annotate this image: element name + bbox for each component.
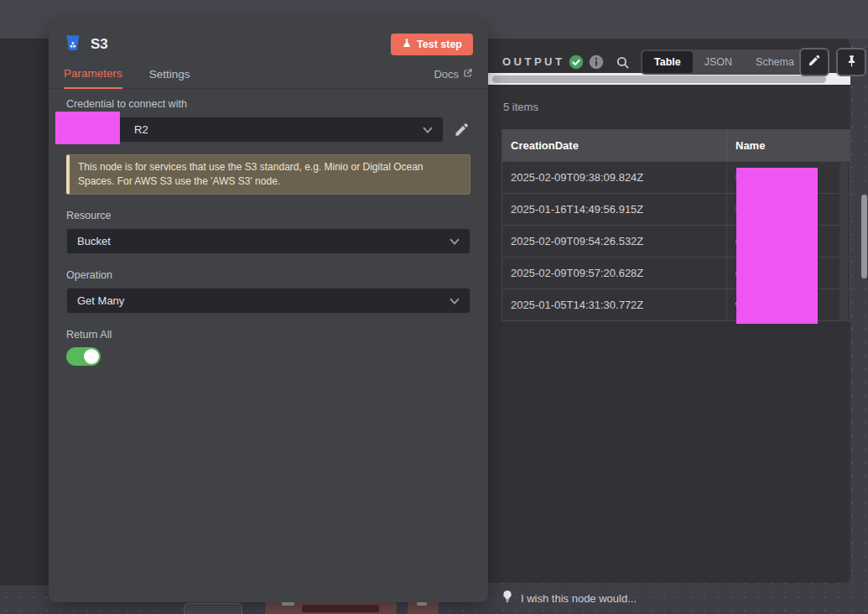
horizontal-scrollbar-thumb[interactable] [492,75,826,83]
column-header-name: Name [727,130,850,161]
tab-settings[interactable]: Settings [149,68,190,88]
test-step-label: Test step [417,39,462,50]
creation-date-cell: 2025-02-09T09:57:20.628Z [502,258,727,289]
horizontal-scrollbar[interactable] [488,73,850,85]
chevron-down-icon [450,235,460,247]
creation-date-cell: 2025-02-09T09:38:09.824Z [502,162,727,193]
resource-select[interactable]: Bucket [66,228,470,254]
docs-label: Docs [434,68,459,81]
canvas-error-node-fragment-2[interactable] [408,601,439,614]
creation-date-cell: 2025-01-16T14:49:56.915Z [502,194,727,225]
tab-json[interactable]: JSON [693,51,744,73]
credential-select[interactable]: R2 [66,117,444,143]
node-settings-panel: S3 Test step Parameters Settings Docs Cr… [49,20,488,602]
output-title: OUTPUT [502,55,564,68]
node-feedback-link[interactable]: I wish this node would... [488,583,868,614]
items-count: 5 items [503,101,538,113]
wish-text: I wish this node would... [521,592,637,605]
operation-label: Operation [66,269,470,281]
flask-icon [402,38,412,51]
pin-data-button[interactable] [836,48,866,76]
node-header: S3 Test step [49,20,488,55]
column-header-creationdate: CreationDate [502,130,727,161]
chevron-down-icon [450,294,460,307]
canvas-left-strip [0,39,49,585]
credential-value: R2 [134,123,148,136]
test-step-button[interactable]: Test step [391,34,473,55]
search-icon[interactable] [616,55,630,70]
redaction-overlay-name-column [736,168,818,324]
canvas-error-node-fragment[interactable] [265,601,397,614]
canvas-node-fragment[interactable] [184,603,242,614]
resource-label: Resource [66,210,470,221]
node-notice: This node is for services that use the S… [66,154,470,195]
tab-parameters[interactable]: Parameters [64,67,122,89]
s3-node-icon [64,34,82,55]
node-label-fragment [302,605,379,612]
resource-value: Bucket [77,235,111,247]
info-icon[interactable] [589,55,604,70]
creation-date-cell: 2025-01-05T14:31:30.772Z [502,289,727,320]
edit-output-button[interactable] [799,48,829,76]
redaction-overlay-credential [55,112,120,144]
operation-value: Get Many [77,294,124,307]
tab-schema[interactable]: Schema [744,51,806,73]
creation-date-cell: 2025-02-09T09:54:26.532Z [502,226,727,257]
credential-row: R2 [66,117,470,143]
external-link-icon [463,68,473,81]
return-all-toggle[interactable] [66,347,101,366]
toggle-knob [84,349,99,364]
table-vertical-scrollbar[interactable] [839,162,848,321]
operation-select[interactable]: Get Many [66,288,470,314]
pencil-icon [808,54,821,70]
output-header: OUTPUT Table JSON Schema [488,39,850,86]
lightbulb-icon [502,590,513,607]
node-tabs: Parameters Settings Docs [49,67,488,89]
credential-label: Credential to connect with [66,98,470,110]
edit-credential-icon[interactable] [454,122,470,138]
output-view-tabs: Table JSON Schema [641,49,808,75]
n8n-node-detail-view: OUTPUT Table JSON Schema [0,0,868,614]
chevron-down-icon [423,123,433,136]
table-header-row: CreationDate Name [502,130,850,161]
success-check-icon [569,55,584,70]
node-title: S3 [91,36,108,53]
pin-icon [845,55,858,70]
page-vertical-scrollbar-thumb[interactable] [861,195,867,278]
tab-table[interactable]: Table [642,51,693,73]
docs-link[interactable]: Docs [434,68,473,88]
return-all-label: Return All [66,329,470,341]
